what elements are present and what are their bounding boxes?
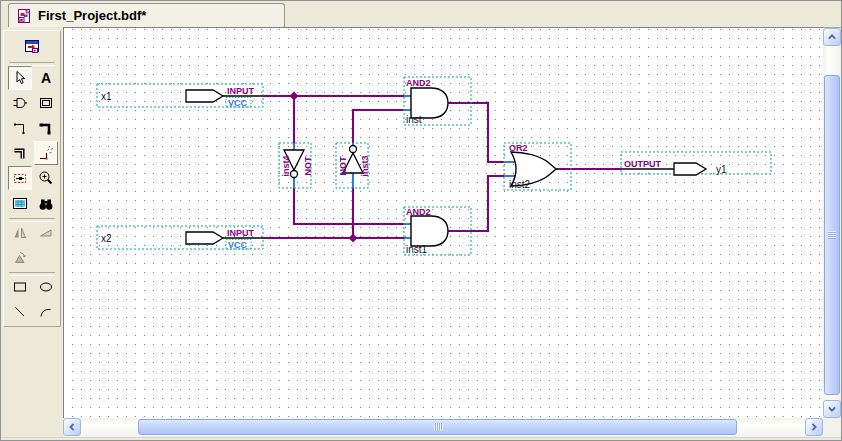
horizontal-scroll-thumb[interactable] bbox=[138, 419, 737, 435]
pin-name-label: x1 bbox=[101, 91, 112, 102]
or-gate-inst2[interactable]: OR2 inst2 bbox=[504, 143, 571, 190]
gate-instance-label: inst bbox=[406, 114, 422, 125]
wire-not3-to-and1[interactable] bbox=[353, 110, 404, 143]
block-tool-button[interactable] bbox=[34, 91, 58, 115]
wire-not4-to-and2[interactable] bbox=[294, 188, 404, 224]
not-bubble bbox=[350, 146, 357, 153]
full-screen-button[interactable] bbox=[8, 192, 32, 216]
symbol-gate-icon bbox=[12, 95, 28, 111]
block-rectangle-icon bbox=[38, 95, 54, 111]
output-pin-symbol bbox=[674, 163, 706, 175]
flip-horizontal-button[interactable] bbox=[8, 221, 32, 245]
document-tab-bar: First_Project.bdf* bbox=[1, 1, 841, 28]
junction-dot[interactable] bbox=[349, 234, 358, 243]
gate-instance-label: inst1 bbox=[406, 244, 428, 255]
input-pin-symbol bbox=[186, 90, 223, 102]
magnifier-plus-icon bbox=[38, 170, 54, 186]
gate-instance-label: inst2 bbox=[509, 179, 531, 190]
pin-name-label: x2 bbox=[101, 233, 112, 244]
vertical-scrollbar[interactable] bbox=[823, 28, 841, 418]
flip-vertical-button[interactable] bbox=[34, 221, 58, 245]
tab-first-project-bdf[interactable]: First_Project.bdf* bbox=[8, 3, 285, 27]
zoom-tool-button[interactable] bbox=[34, 166, 58, 190]
gate-instance-label: inst4 bbox=[281, 155, 291, 176]
output-pin-y1[interactable]: OUTPUT y1 bbox=[621, 152, 771, 175]
selection-arrow-icon bbox=[12, 70, 28, 86]
chevron-left-icon bbox=[65, 420, 79, 434]
rotate-90-icon bbox=[12, 250, 28, 266]
gate-type-label: NOT bbox=[303, 156, 313, 176]
scroll-down-button[interactable] bbox=[823, 400, 841, 418]
arc-tool-button[interactable] bbox=[34, 300, 58, 324]
and-body bbox=[411, 216, 448, 246]
scroll-right-button[interactable] bbox=[805, 418, 823, 436]
gate-type-label: AND2 bbox=[406, 78, 431, 88]
pin-name-label: y1 bbox=[716, 164, 727, 175]
line-tool-button[interactable] bbox=[8, 300, 32, 324]
text-tool-button[interactable]: A bbox=[34, 66, 58, 90]
orthogonal-bus-tool-button[interactable] bbox=[34, 116, 58, 140]
chevron-up-icon bbox=[825, 30, 839, 44]
pin-direction-label: INPUT bbox=[227, 86, 255, 96]
binoculars-icon bbox=[38, 196, 54, 212]
arc-icon bbox=[38, 304, 54, 320]
partial-line-selection-icon bbox=[12, 170, 28, 186]
input-pin-symbol bbox=[186, 232, 223, 244]
gate-stubs bbox=[404, 224, 411, 238]
bdf-file-icon bbox=[16, 8, 32, 24]
vertical-scroll-thumb[interactable] bbox=[824, 75, 840, 395]
pin-default-value: VCC bbox=[228, 240, 248, 250]
gate-type-label: AND2 bbox=[406, 207, 431, 217]
partial-line-selection-tool-button[interactable] bbox=[8, 166, 32, 190]
orthogonal-node-tool-button[interactable] bbox=[8, 116, 32, 140]
gate-instance-label: inst3 bbox=[360, 155, 370, 176]
wire-and1-to-or[interactable] bbox=[448, 103, 504, 162]
gate-type-label: NOT bbox=[338, 156, 348, 176]
rectangle-icon bbox=[12, 279, 28, 295]
text-tool-icon: A bbox=[41, 71, 51, 85]
symbol-tool-button[interactable] bbox=[8, 91, 32, 115]
gate-type-label: OR2 bbox=[509, 143, 528, 153]
pin-direction-label: OUTPUT bbox=[624, 159, 662, 169]
and-gate-inst[interactable]: AND2 inst bbox=[404, 77, 471, 125]
scrollbar-corner bbox=[823, 418, 841, 437]
selection-tool-button[interactable] bbox=[8, 66, 32, 90]
input-pin-x1[interactable]: x1 INPUT VCC bbox=[97, 84, 263, 108]
detach-window-icon bbox=[23, 38, 41, 56]
node-wire-icon bbox=[12, 120, 28, 136]
pin-direction-label: INPUT bbox=[227, 228, 255, 238]
ellipse-icon bbox=[38, 279, 54, 295]
rotate-90-button[interactable] bbox=[8, 246, 32, 270]
rubberbanding-icon bbox=[38, 145, 54, 161]
full-screen-icon bbox=[12, 196, 28, 212]
chevron-down-icon bbox=[825, 402, 839, 416]
wires bbox=[263, 96, 621, 238]
flip-horizontal-icon bbox=[12, 225, 28, 241]
gate-stubs bbox=[404, 96, 411, 110]
detach-window-button[interactable] bbox=[20, 35, 44, 59]
line-icon bbox=[12, 304, 28, 320]
block-editor-toolbar: A bbox=[1, 27, 63, 440]
not-gate-inst3[interactable]: NOT inst3 bbox=[336, 143, 370, 188]
pin-default-value: VCC bbox=[228, 98, 248, 108]
rubberbanding-tool-button[interactable] bbox=[34, 141, 58, 165]
junction-dot[interactable] bbox=[290, 92, 299, 101]
horizontal-scrollbar[interactable] bbox=[63, 418, 823, 437]
tab-title: First_Project.bdf* bbox=[38, 8, 146, 23]
chevron-right-icon bbox=[807, 420, 821, 434]
scroll-up-button[interactable] bbox=[823, 28, 841, 46]
thumb-grip bbox=[434, 423, 443, 431]
ellipse-tool-button[interactable] bbox=[34, 275, 58, 299]
orthogonal-conduit-tool-button[interactable] bbox=[8, 141, 32, 165]
input-pin-x2[interactable]: x2 INPUT VCC bbox=[97, 226, 263, 250]
wire-and2-to-or[interactable] bbox=[448, 176, 504, 231]
schematic-canvas[interactable]: x1 INPUT VCC x2 INPUT VCC inst4 NOT bbox=[63, 27, 823, 418]
toolbar-panel: A bbox=[3, 30, 61, 327]
bus-wire-icon bbox=[38, 120, 54, 136]
not-gate-inst4[interactable]: inst4 NOT bbox=[279, 143, 313, 188]
flip-vertical-icon bbox=[38, 225, 54, 241]
not-bubble bbox=[291, 171, 298, 178]
rectangle-tool-button[interactable] bbox=[8, 275, 32, 299]
find-button[interactable] bbox=[34, 192, 58, 216]
scroll-left-button[interactable] bbox=[63, 418, 81, 436]
